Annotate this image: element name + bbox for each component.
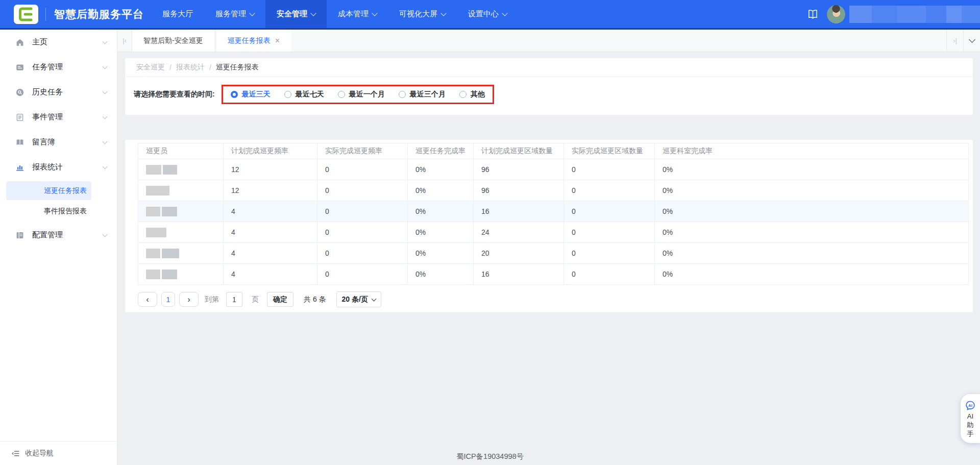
- svg-text:AI: AI: [968, 403, 972, 407]
- table-row: 1200%9600%: [138, 180, 969, 201]
- patroller-cell: [138, 201, 224, 222]
- time-option-last-3-months[interactable]: 最近三个月: [399, 90, 446, 99]
- chevron-down-icon: [969, 36, 975, 43]
- report-table: 巡更员计划完成巡更频率实际完成巡更频率巡更任务完成率计划完成巡更区域数量实际完成…: [138, 143, 969, 285]
- table-header-row: 巡更员计划完成巡更频率实际完成巡更频率巡更任务完成率计划完成巡更区域数量实际完成…: [138, 143, 969, 159]
- redacted-name-block: [146, 249, 160, 258]
- breadcrumb-item[interactable]: 安全巡更: [136, 63, 165, 72]
- sidebar-item-events[interactable]: 事件管理: [0, 105, 117, 130]
- app-logo-icon[interactable]: [13, 4, 39, 25]
- next-page-button[interactable]: ›: [179, 292, 199, 307]
- top-menu-label: 设置中心: [468, 9, 499, 19]
- cell: 0%: [655, 180, 969, 201]
- tabs-dropdown-button[interactable]: [963, 30, 980, 52]
- cell: 0%: [408, 264, 474, 285]
- column-header: 巡更员: [138, 143, 224, 159]
- sidebar-item-label: 配置管理: [32, 230, 63, 240]
- sidebar-submenu: 巡更任务报表事件报告报表: [0, 181, 117, 221]
- top-menu-service-mgmt[interactable]: 服务管理: [204, 0, 265, 28]
- page-number-button[interactable]: 1: [161, 292, 175, 307]
- column-header: 巡更科室完成率: [655, 143, 969, 159]
- app-title: 智慧后勤服务平台: [54, 7, 144, 21]
- sidebar-item-home[interactable]: 主页: [0, 30, 117, 55]
- event-icon: [15, 113, 24, 122]
- time-option-other[interactable]: 其他: [459, 90, 485, 99]
- table-row: 400%1600%: [138, 264, 969, 285]
- cell: 96: [474, 180, 564, 201]
- redacted-segment: [849, 6, 872, 23]
- top-menu-visual-screen[interactable]: 可视化大屏: [388, 0, 457, 28]
- tabs-scroll-right-button[interactable]: ›|: [946, 30, 963, 52]
- sidebar-item-reports[interactable]: 报表统计: [0, 155, 117, 180]
- tab-patrol-task-report[interactable]: 巡更任务报表×: [216, 30, 291, 52]
- cell: 16: [474, 264, 564, 285]
- cell: 24: [474, 222, 564, 243]
- page-size-select[interactable]: 20 条/页: [336, 291, 381, 307]
- handbook-icon[interactable]: [807, 8, 819, 20]
- annotation-highlight-box: 最近三天最近七天最近一个月最近三个月其他: [222, 85, 494, 104]
- top-menu-security-mgmt[interactable]: 安全管理: [265, 0, 327, 28]
- sidebar-subitem-event-report[interactable]: 事件报告报表: [0, 202, 117, 221]
- cell: 16: [474, 201, 564, 222]
- radio-label: 最近七天: [296, 90, 324, 99]
- breadcrumb-item[interactable]: 报表统计: [176, 63, 205, 72]
- page-size-value: 20 条/页: [342, 295, 368, 304]
- chevron-down-icon: [249, 10, 255, 16]
- patroller-cell: [138, 159, 224, 180]
- sidebar-item-history[interactable]: 历史任务: [0, 80, 117, 105]
- tabs-scroll-left-button[interactable]: |‹: [117, 30, 132, 52]
- cell: 0%: [655, 243, 969, 264]
- redacted-name-block: [162, 249, 179, 258]
- redacted-name-block: [146, 165, 161, 175]
- chevron-down-icon: [440, 10, 446, 16]
- confirm-page-button[interactable]: 确定: [267, 292, 293, 307]
- top-header: 智慧后勤服务平台 服务大厅服务管理安全管理成本管理可视化大屏设置中心: [0, 0, 980, 30]
- sidebar-item-guestbook[interactable]: 留言簿: [0, 130, 117, 155]
- cell: 0%: [408, 201, 474, 222]
- cell: 0%: [408, 180, 474, 201]
- table-panel: 巡更员计划完成巡更频率实际完成巡更频率巡更任务完成率计划完成巡更区域数量实际完成…: [125, 140, 973, 312]
- header-right-cluster: [807, 0, 980, 28]
- time-option-last-1-month[interactable]: 最近一个月: [338, 90, 385, 99]
- tab-label: 巡更任务报表: [228, 36, 271, 45]
- home-icon: [15, 38, 24, 47]
- time-option-last-3-days[interactable]: 最近三天: [231, 90, 271, 99]
- chevron-down-icon: [103, 232, 108, 237]
- top-menu-cost-mgmt[interactable]: 成本管理: [327, 0, 388, 28]
- sidebar-item-tasks[interactable]: 任务管理: [0, 55, 117, 80]
- page-content: 安全巡更/报表统计/巡更任务报表 请选择您需要查看的时间: 最近三天最近七天最近…: [117, 52, 980, 465]
- tab-home-security-patrol[interactable]: 智慧后勤-安全巡更: [132, 30, 214, 52]
- pagination: ‹ 1 › 到第 页 确定 共 6 条 20 条/页: [138, 291, 969, 307]
- cell: 0%: [655, 264, 969, 285]
- top-menu-settings-center[interactable]: 设置中心: [457, 0, 518, 28]
- column-header: 实际完成巡更区域数量: [564, 143, 655, 159]
- book-icon: [15, 138, 24, 147]
- prev-page-button[interactable]: ‹: [138, 292, 157, 307]
- radio-label: 最近一个月: [349, 90, 385, 99]
- cell: 0%: [408, 243, 474, 264]
- redacted-name-block: [146, 270, 160, 279]
- goto-page-input[interactable]: [226, 292, 242, 307]
- ai-assistant-label: AI: [967, 412, 973, 421]
- top-menu-label: 服务管理: [215, 9, 246, 19]
- cell: 0%: [655, 222, 969, 243]
- app: 智慧后勤服务平台 服务大厅服务管理安全管理成本管理可视化大屏设置中心 主页任务管…: [0, 0, 980, 465]
- avatar[interactable]: [827, 5, 845, 23]
- ai-assistant-button[interactable]: AI AI 助 手: [961, 394, 980, 443]
- chart-icon: [15, 163, 24, 172]
- table-row: 1200%9600%: [138, 159, 969, 180]
- cell: 0: [317, 180, 408, 201]
- cell: 0: [317, 222, 408, 243]
- cell: 0%: [408, 222, 474, 243]
- cell: 0: [317, 201, 408, 222]
- sidebar-item-config[interactable]: 配置管理: [0, 223, 117, 248]
- top-menu-service-hall[interactable]: 服务大厅: [151, 0, 204, 28]
- cell: 96: [474, 159, 564, 180]
- top-nav: 服务大厅服务管理安全管理成本管理可视化大屏设置中心: [151, 0, 518, 28]
- column-header: 计划完成巡更频率: [224, 143, 317, 159]
- cell: 0: [564, 180, 655, 201]
- close-tab-icon[interactable]: ×: [275, 37, 280, 45]
- time-option-last-7-days[interactable]: 最近七天: [284, 90, 324, 99]
- table-row: 400%1600%: [138, 201, 969, 222]
- sidebar-subitem-patrol-task-report[interactable]: 巡更任务报表: [6, 181, 91, 200]
